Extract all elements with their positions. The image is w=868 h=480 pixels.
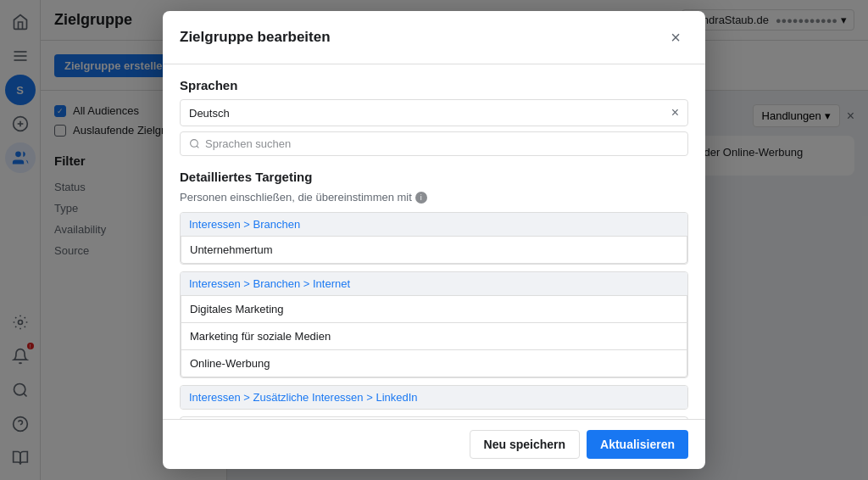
search-icon xyxy=(189,138,200,149)
save-new-button[interactable]: Neu speichern xyxy=(470,430,580,459)
language-search-box[interactable]: Sprachen suchen xyxy=(180,131,688,156)
modal-footer: Neu speichern Aktualisieren xyxy=(163,419,705,469)
targeting-section-sublabel: Personen einschließen, die übereinstimme… xyxy=(180,191,688,204)
svg-point-14 xyxy=(191,140,198,148)
interest-item: Digitales Marketing xyxy=(181,296,687,323)
interest-item: Unternehmertum xyxy=(181,237,687,264)
sprachen-section-label: Sprachen xyxy=(180,78,688,92)
update-button[interactable]: Aktualisieren xyxy=(587,430,688,459)
interest-item: Online-Werbung xyxy=(181,350,687,377)
modal-overlay: Zielgruppe bearbeiten × Sprachen Deutsch… xyxy=(0,0,868,480)
interest-group-1-header: Interessen > Branchen xyxy=(181,213,687,237)
language-tag: Deutsch × xyxy=(180,99,688,126)
targeting-section: Detailliertes Targeting Personen einschl… xyxy=(180,170,688,419)
edit-audience-modal: Zielgruppe bearbeiten × Sprachen Deutsch… xyxy=(163,11,705,469)
interest-group-1: Interessen > Branchen Unternehmertum xyxy=(180,212,688,265)
modal-header: Zielgruppe bearbeiten × xyxy=(163,11,705,64)
interest-group-2-header: Interessen > Branchen > Internet xyxy=(181,272,687,296)
language-search-placeholder: Sprachen suchen xyxy=(205,137,291,150)
modal-body: Sprachen Deutsch × Sprachen suchen Detai… xyxy=(163,64,705,419)
targeting-section-label: Detailliertes Targeting xyxy=(180,170,688,184)
modal-title: Zielgruppe bearbeiten xyxy=(180,29,331,46)
interest-group-3-header: Interessen > Zusätzliche Interessen > Li… xyxy=(181,386,687,409)
modal-close-button[interactable]: × xyxy=(663,25,688,50)
interest-group-3: Interessen > Zusätzliche Interessen > Li… xyxy=(180,385,688,410)
svg-line-15 xyxy=(197,146,198,148)
info-icon: i xyxy=(415,192,427,204)
interest-group-2: Interessen > Branchen > Internet Digital… xyxy=(180,271,688,378)
language-tag-text: Deutsch xyxy=(189,107,230,120)
language-clear-button[interactable]: × xyxy=(671,105,679,120)
interest-item: Marketing für soziale Medien xyxy=(181,323,687,350)
